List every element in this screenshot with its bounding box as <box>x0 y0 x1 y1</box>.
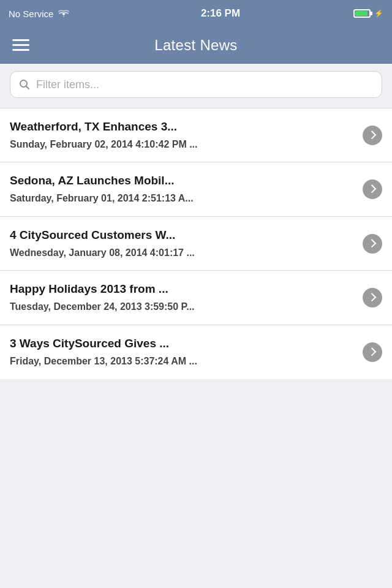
news-item-title: Weatherford, TX Enhances 3... <box>10 119 355 135</box>
chevron-wrap <box>363 342 382 362</box>
news-item-date: Wednesday, January 08, 2014 4:01:17 ... <box>10 247 355 260</box>
news-content: Sedona, AZ Launches Mobil... Saturday, F… <box>10 173 363 205</box>
news-item-title: 4 CitySourced Customers W... <box>10 228 355 243</box>
search-icon <box>19 79 30 90</box>
news-item-title: 3 Ways CitySourced Gives ... <box>10 336 355 352</box>
news-item[interactable]: 4 CitySourced Customers W... Wednesday, … <box>0 217 392 271</box>
charging-icon: ⚡ <box>374 9 383 18</box>
chevron-wrap <box>363 179 382 199</box>
news-item-title: Sedona, AZ Launches Mobil... <box>10 173 355 189</box>
menu-button[interactable] <box>12 32 39 59</box>
status-left: No Service <box>9 9 107 19</box>
page-title: Latest News <box>39 37 353 54</box>
news-item-date: Tuesday, December 24, 2013 3:59:50 P... <box>10 301 355 314</box>
chevron-right-icon <box>368 239 376 247</box>
news-item-date: Sunday, February 02, 2014 4:10:42 PM ... <box>10 138 355 151</box>
svg-line-1 <box>26 86 29 89</box>
news-item[interactable]: Happy Holidays 2013 from ... Tuesday, De… <box>0 271 392 325</box>
search-section <box>0 64 392 105</box>
hamburger-line-1 <box>12 39 29 41</box>
chevron-right-icon <box>368 347 376 356</box>
chevron-wrap <box>363 288 382 307</box>
chevron-right-icon <box>368 293 376 301</box>
chevron-circle <box>363 234 382 254</box>
hamburger-line-3 <box>12 49 29 51</box>
news-item[interactable]: Weatherford, TX Enhances 3... Sunday, Fe… <box>0 108 392 162</box>
news-item-date: Saturday, February 01, 2014 2:51:13 A... <box>10 192 355 205</box>
search-bar <box>10 71 382 98</box>
news-item[interactable]: Sedona, AZ Launches Mobil... Saturday, F… <box>0 162 392 216</box>
search-input[interactable] <box>36 78 373 91</box>
wifi-icon <box>58 9 69 18</box>
chevron-wrap <box>363 234 382 254</box>
battery-indicator <box>353 9 371 18</box>
news-list: Weatherford, TX Enhances 3... Sunday, Fe… <box>0 108 392 379</box>
battery-body <box>353 9 371 18</box>
battery-fill <box>355 11 368 16</box>
chevron-circle <box>363 288 382 307</box>
news-item-date: Friday, December 13, 2013 5:37:24 AM ... <box>10 355 355 368</box>
nav-bar: Latest News <box>0 27 392 64</box>
news-content: 3 Ways CitySourced Gives ... Friday, Dec… <box>10 336 363 368</box>
news-item-title: Happy Holidays 2013 from ... <box>10 282 355 297</box>
chevron-circle <box>363 126 382 145</box>
news-item[interactable]: 3 Ways CitySourced Gives ... Friday, Dec… <box>0 325 392 379</box>
chevron-right-icon <box>368 130 376 139</box>
status-bar: No Service 2:16 PM ⚡ <box>0 0 392 27</box>
chevron-circle <box>363 342 382 362</box>
chevron-right-icon <box>368 184 376 193</box>
chevron-wrap <box>363 126 382 145</box>
news-content: Weatherford, TX Enhances 3... Sunday, Fe… <box>10 119 363 151</box>
carrier-text: No Service <box>9 9 53 19</box>
status-right: ⚡ <box>334 9 383 18</box>
news-content: Happy Holidays 2013 from ... Tuesday, De… <box>10 282 363 313</box>
news-content: 4 CitySourced Customers W... Wednesday, … <box>10 228 363 259</box>
hamburger-line-2 <box>12 44 29 46</box>
chevron-circle <box>363 179 382 199</box>
status-time: 2:16 PM <box>107 7 334 20</box>
